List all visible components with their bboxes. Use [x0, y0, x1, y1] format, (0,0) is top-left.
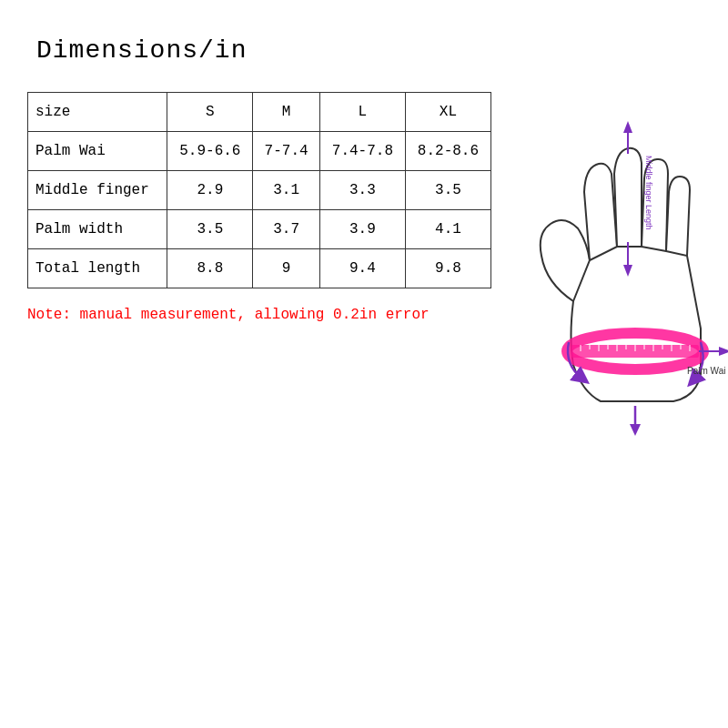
size-table: size S M L XL Palm Wai5.9-6.67-7.47.4-7.… [27, 92, 491, 288]
table-cell: 8.2-8.6 [405, 132, 490, 171]
table-cell: 2.9 [167, 171, 253, 210]
glove-svg: Middle finger Length Palm Wai [519, 101, 728, 447]
table-body: Palm Wai5.9-6.67-7.47.4-7.88.2-8.6Middle… [28, 132, 491, 288]
table-header-row: size S M L XL [28, 93, 491, 132]
table-cell: 3.1 [253, 171, 320, 210]
table-row: Middle finger2.93.13.33.5 [28, 171, 491, 210]
col-s: S [167, 93, 253, 132]
col-size: size [28, 93, 167, 132]
table-cell: 3.9 [319, 210, 405, 249]
table-row: Total length8.899.49.8 [28, 249, 491, 288]
table-cell: 7.4-7.8 [319, 132, 405, 171]
page: Dimensions/in size S M L XL Palm Wai5.9-… [0, 0, 728, 728]
table-row: Palm width3.53.73.94.1 [28, 210, 491, 249]
table-cell: 3.7 [253, 210, 320, 249]
table-cell: 5.9-6.6 [167, 132, 253, 171]
table-cell: 9.4 [319, 249, 405, 288]
glove-diagram: Middle finger Length Palm Wai [519, 101, 728, 447]
svg-text:Palm Wai: Palm Wai [687, 366, 725, 376]
table-cell: 4.1 [405, 210, 490, 249]
table-cell: 9 [253, 249, 320, 288]
svg-marker-1 [623, 121, 632, 133]
table-cell: 3.5 [167, 210, 253, 249]
svg-marker-7 [630, 424, 641, 436]
table-cell: 8.8 [167, 249, 253, 288]
table-cell: Total length [28, 249, 167, 288]
table-row: Palm Wai5.9-6.67-7.47.4-7.88.2-8.6 [28, 132, 491, 171]
table-cell: 3.3 [319, 171, 405, 210]
page-title: Dimensions/in [36, 36, 701, 65]
table-cell: Palm width [28, 210, 167, 249]
table-cell: 9.8 [405, 249, 490, 288]
note-text: Note: manual measurement, allowing 0.2in… [27, 307, 500, 323]
table-cell: 7-7.4 [253, 132, 320, 171]
table-cell: Palm Wai [28, 132, 167, 171]
table-cell: Middle finger [28, 171, 167, 210]
col-l: L [319, 93, 405, 132]
table-cell: 3.5 [405, 171, 490, 210]
col-m: M [253, 93, 320, 132]
svg-marker-26 [719, 347, 728, 356]
svg-text:Middle finger Length: Middle finger Length [644, 156, 653, 230]
right-panel: Middle finger Length Palm Wai [519, 92, 728, 447]
content-area: size S M L XL Palm Wai5.9-6.67-7.47.4-7.… [27, 92, 701, 447]
left-panel: size S M L XL Palm Wai5.9-6.67-7.47.4-7.… [27, 92, 500, 447]
col-xl: XL [405, 93, 490, 132]
